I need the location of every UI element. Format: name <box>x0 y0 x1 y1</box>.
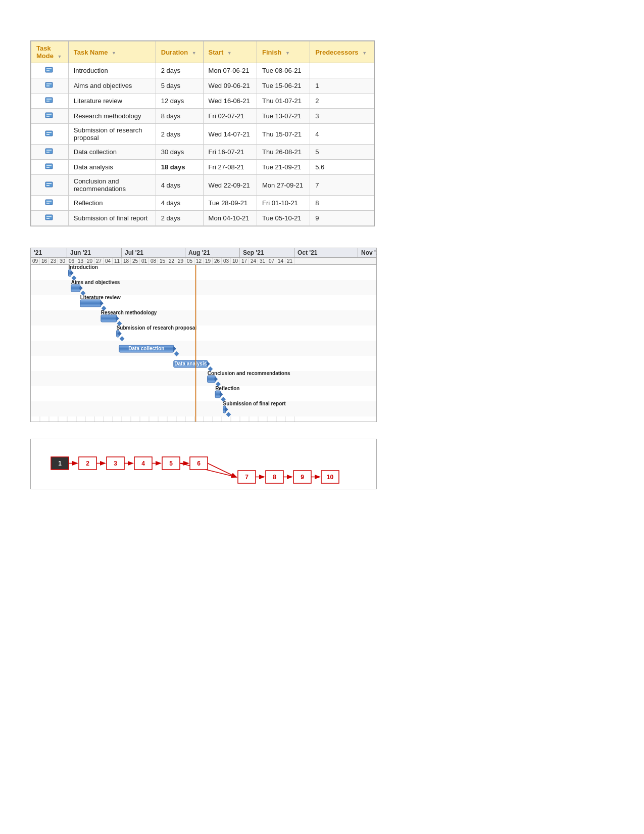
svg-rect-8 <box>46 101 49 102</box>
task-mode-icon <box>44 213 55 221</box>
task-predecessors-cell <box>310 63 374 78</box>
gantt-bar <box>71 285 80 292</box>
col-header-finish[interactable]: Finish ▼ <box>257 41 310 63</box>
task-start-cell: Wed 09-06-21 <box>203 78 257 94</box>
task-predecessors-cell: 2 <box>310 94 374 109</box>
task-finish-cell: Mon 27-09-21 <box>257 175 310 196</box>
task-start-cell: Fri 16-07-21 <box>203 145 257 160</box>
svg-rect-28 <box>46 216 52 217</box>
task-mode-cell <box>31 211 69 226</box>
gantt-day-label: 26 <box>213 258 222 264</box>
svg-rect-14 <box>46 134 49 135</box>
network-node: 10 <box>321 471 339 483</box>
task-predecessors-cell: 8 <box>310 196 374 211</box>
task-duration-cell: 2 days <box>156 211 203 226</box>
task-start-cell: Wed 22-09-21 <box>203 175 257 196</box>
network-node: 4 <box>134 457 152 470</box>
gantt-month-label: Sep '21 <box>240 248 294 257</box>
gantt-row-bg <box>31 326 376 341</box>
task-predecessors-cell: 7 <box>310 175 374 196</box>
svg-rect-20 <box>46 167 49 168</box>
task-name-cell: Reflection <box>68 196 156 211</box>
network-node: 5 <box>162 457 180 470</box>
network-node-label: 4 <box>141 460 145 467</box>
gantt-body: IntroductionAims and objectivesLiteratur… <box>31 265 376 422</box>
gantt-day-label: 24 <box>249 258 258 264</box>
task-mode-cell <box>31 160 69 175</box>
task-predecessors-cell: 5,6 <box>310 160 374 175</box>
task-duration-cell: 4 days <box>156 196 203 211</box>
gantt-month-label: Jul '21 <box>122 248 185 257</box>
task-table-section: TaskMode ▼ Task Name ▼ Duration ▼ Start … <box>30 40 614 240</box>
gantt-wrapper: '21Jun '21Jul '21Aug '21Sep '21Oct '21No… <box>30 248 377 422</box>
svg-rect-29 <box>46 218 49 219</box>
network-node: 3 <box>107 457 124 470</box>
task-predecessors-cell: 3 <box>310 109 374 124</box>
gantt-day-label: 07 <box>267 258 276 264</box>
svg-rect-2 <box>46 70 49 71</box>
svg-rect-15 <box>45 149 53 154</box>
task-finish-cell: Tue 05-10-21 <box>257 211 310 226</box>
col-header-start[interactable]: Start ▼ <box>203 41 257 63</box>
network-wrapper: 12345678910 <box>30 439 377 489</box>
table-row: Submission of researchproposal2 daysWed … <box>31 124 374 145</box>
task-mode-cell <box>31 94 69 109</box>
task-predecessors-cell: 5 <box>310 145 374 160</box>
gantt-row-bg <box>31 401 376 416</box>
col-header-duration[interactable]: Duration ▼ <box>156 41 203 63</box>
svg-rect-13 <box>46 132 52 133</box>
gantt-row-bg <box>31 386 376 401</box>
task-name-cell: Data analysis <box>68 160 156 175</box>
col-header-predecessors[interactable]: Predecessors ▼ <box>310 41 374 63</box>
task-mode-cell <box>31 175 69 196</box>
gantt-row-bg <box>31 371 376 386</box>
task-mode-icon <box>44 129 55 137</box>
task-mode-icon <box>44 96 55 104</box>
task-duration-cell: 2 days <box>156 63 203 78</box>
gantt-day-label: 01 <box>140 258 149 264</box>
gantt-day-label: 04 <box>104 258 113 264</box>
gantt-task-label: Introduction <box>69 265 98 270</box>
svg-rect-9 <box>45 113 53 118</box>
task-start-cell: Mon 07-06-21 <box>203 63 257 78</box>
table-row: Submission of final report2 daysMon 04-1… <box>31 211 374 226</box>
svg-rect-25 <box>46 201 52 202</box>
task-duration-cell: 5 days <box>156 78 203 94</box>
svg-rect-17 <box>46 152 49 153</box>
table-row: Literature review12 daysWed 16-06-21Thu … <box>31 94 374 109</box>
task-name-cell: Literature review <box>68 94 156 109</box>
svg-rect-16 <box>46 150 52 151</box>
svg-rect-11 <box>46 116 49 117</box>
table-row: Conclusion andrecommendations4 daysWed 2… <box>31 175 374 196</box>
gantt-month-label: Nov '21 <box>358 248 377 257</box>
task-mode-icon <box>44 66 55 74</box>
task-finish-cell: Thu 01-07-21 <box>257 94 310 109</box>
task-mode-icon <box>44 162 55 170</box>
task-start-cell: Fri 02-07-21 <box>203 109 257 124</box>
table-row: Aims and objectives5 daysWed 09-06-21Tue… <box>31 78 374 94</box>
task-finish-cell: Tue 13-07-21 <box>257 109 310 124</box>
task-duration-cell: 2 days <box>156 124 203 145</box>
network-node-label: 10 <box>327 474 334 481</box>
gantt-task-label: Conclusion and recommendations <box>208 370 290 376</box>
gantt-day-label: 05 <box>185 258 194 264</box>
gantt-month-label: Oct '21 <box>294 248 358 257</box>
gantt-day-label: 22 <box>167 258 176 264</box>
gantt-day-label: 13 <box>76 258 85 264</box>
gantt-row-bg <box>31 341 376 356</box>
gantt-day-label: 30 <box>58 258 67 264</box>
task-name-cell: Submission of researchproposal <box>68 124 156 145</box>
task-duration-cell: 4 days <box>156 175 203 196</box>
gantt-day-label: 16 <box>40 258 49 264</box>
gantt-task-label: Data analysis <box>174 361 207 366</box>
gantt-day-label: 09 <box>31 258 40 264</box>
gantt-day-label: 25 <box>131 258 140 264</box>
task-finish-cell: Tue 08-06-21 <box>257 63 310 78</box>
task-table: TaskMode ▼ Task Name ▼ Duration ▼ Start … <box>31 41 374 226</box>
gantt-day-label: 08 <box>149 258 158 264</box>
gantt-task-label: Reflection <box>215 386 239 391</box>
svg-rect-21 <box>45 182 53 187</box>
gantt-month-label: '21 <box>31 248 67 257</box>
col-header-mode[interactable]: TaskMode ▼ <box>31 41 69 63</box>
col-header-name[interactable]: Task Name ▼ <box>68 41 156 63</box>
